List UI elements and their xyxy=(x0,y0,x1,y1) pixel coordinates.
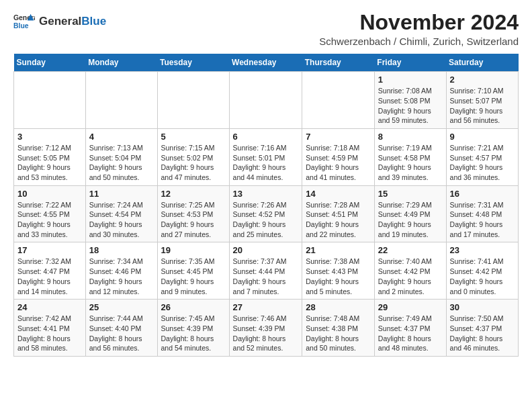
calendar-cell: 30Sunrise: 7:50 AM Sunset: 4:37 PM Dayli… xyxy=(446,300,518,357)
calendar-cell: 11Sunrise: 7:24 AM Sunset: 4:54 PM Dayli… xyxy=(85,185,157,242)
day-number: 9 xyxy=(450,132,515,142)
calendar-cell: 25Sunrise: 7:44 AM Sunset: 4:40 PM Dayli… xyxy=(85,300,157,357)
weekday-header-thursday: Thursday xyxy=(302,54,375,72)
calendar-cell: 19Sunrise: 7:35 AM Sunset: 4:45 PM Dayli… xyxy=(157,242,229,300)
day-number: 5 xyxy=(161,132,226,142)
calendar-cell xyxy=(85,72,157,129)
logo: General Blue GeneralBlue xyxy=(13,11,106,32)
subtitle: Schwerzenbach / Chimli, Zurich, Switzerl… xyxy=(319,36,519,47)
day-number: 27 xyxy=(233,302,299,312)
day-info: Sunrise: 7:49 AM Sunset: 4:37 PM Dayligh… xyxy=(378,314,443,353)
logo-general: General xyxy=(39,15,81,28)
day-info: Sunrise: 7:38 AM Sunset: 4:43 PM Dayligh… xyxy=(306,257,371,296)
svg-text:Blue: Blue xyxy=(13,22,29,30)
day-info: Sunrise: 7:37 AM Sunset: 4:44 PM Dayligh… xyxy=(233,257,299,296)
weekday-header-friday: Friday xyxy=(374,54,446,72)
day-info: Sunrise: 7:45 AM Sunset: 4:39 PM Dayligh… xyxy=(161,314,226,353)
calendar-cell: 1Sunrise: 7:08 AM Sunset: 5:08 PM Daylig… xyxy=(374,72,446,129)
calendar-cell: 13Sunrise: 7:26 AM Sunset: 4:52 PM Dayli… xyxy=(229,185,302,242)
day-info: Sunrise: 7:24 AM Sunset: 4:54 PM Dayligh… xyxy=(89,200,154,240)
day-info: Sunrise: 7:42 AM Sunset: 4:41 PM Dayligh… xyxy=(17,314,82,353)
day-info: Sunrise: 7:21 AM Sunset: 4:57 PM Dayligh… xyxy=(450,143,515,183)
day-info: Sunrise: 7:48 AM Sunset: 4:38 PM Dayligh… xyxy=(306,314,371,353)
day-info: Sunrise: 7:25 AM Sunset: 4:53 PM Dayligh… xyxy=(161,200,226,240)
day-info: Sunrise: 7:18 AM Sunset: 4:59 PM Dayligh… xyxy=(306,143,371,183)
day-info: Sunrise: 7:19 AM Sunset: 4:58 PM Dayligh… xyxy=(378,143,443,183)
calendar-cell xyxy=(302,72,375,129)
calendar-cell: 4Sunrise: 7:13 AM Sunset: 5:04 PM Daylig… xyxy=(85,128,157,185)
calendar-cell: 18Sunrise: 7:34 AM Sunset: 4:46 PM Dayli… xyxy=(85,242,157,300)
day-info: Sunrise: 7:34 AM Sunset: 4:46 PM Dayligh… xyxy=(89,257,154,296)
calendar-cell: 26Sunrise: 7:45 AM Sunset: 4:39 PM Dayli… xyxy=(157,300,229,357)
day-number: 12 xyxy=(161,189,226,199)
calendar-cell: 16Sunrise: 7:31 AM Sunset: 4:48 PM Dayli… xyxy=(446,185,518,242)
calendar-cell: 8Sunrise: 7:19 AM Sunset: 4:58 PM Daylig… xyxy=(374,128,446,185)
day-number: 24 xyxy=(17,302,82,312)
day-number: 14 xyxy=(306,189,371,199)
day-number: 23 xyxy=(450,245,515,255)
day-number: 22 xyxy=(378,245,443,255)
day-number: 17 xyxy=(17,245,82,255)
day-number: 20 xyxy=(233,245,299,255)
calendar-cell xyxy=(229,72,302,129)
day-number: 10 xyxy=(17,189,82,199)
weekday-header-monday: Monday xyxy=(85,54,157,72)
calendar-cell: 2Sunrise: 7:10 AM Sunset: 5:07 PM Daylig… xyxy=(446,72,518,129)
day-number: 30 xyxy=(450,302,515,312)
day-number: 26 xyxy=(161,302,226,312)
day-number: 7 xyxy=(306,132,371,142)
calendar-cell: 24Sunrise: 7:42 AM Sunset: 4:41 PM Dayli… xyxy=(14,300,86,357)
logo-blue: Blue xyxy=(81,15,106,28)
calendar-cell: 20Sunrise: 7:37 AM Sunset: 4:44 PM Dayli… xyxy=(229,242,302,300)
day-info: Sunrise: 7:10 AM Sunset: 5:07 PM Dayligh… xyxy=(450,86,515,126)
day-number: 4 xyxy=(89,132,154,142)
weekday-header-tuesday: Tuesday xyxy=(157,54,229,72)
day-number: 8 xyxy=(378,132,443,142)
calendar-cell: 12Sunrise: 7:25 AM Sunset: 4:53 PM Dayli… xyxy=(157,185,229,242)
calendar-cell: 6Sunrise: 7:16 AM Sunset: 5:01 PM Daylig… xyxy=(229,128,302,185)
day-number: 18 xyxy=(89,245,154,255)
day-number: 19 xyxy=(161,245,226,255)
calendar-cell: 17Sunrise: 7:32 AM Sunset: 4:47 PM Dayli… xyxy=(14,242,86,300)
calendar-cell: 14Sunrise: 7:28 AM Sunset: 4:51 PM Dayli… xyxy=(302,185,375,242)
calendar-table: SundayMondayTuesdayWednesdayThursdayFrid… xyxy=(13,54,519,357)
title-area: November 2024 Schwerzenbach / Chimli, Zu… xyxy=(319,11,519,47)
calendar-cell: 23Sunrise: 7:41 AM Sunset: 4:42 PM Dayli… xyxy=(446,242,518,300)
day-number: 25 xyxy=(89,302,154,312)
day-number: 13 xyxy=(233,189,299,199)
day-number: 6 xyxy=(233,132,299,142)
calendar-cell: 5Sunrise: 7:15 AM Sunset: 5:02 PM Daylig… xyxy=(157,128,229,185)
day-info: Sunrise: 7:12 AM Sunset: 5:05 PM Dayligh… xyxy=(17,143,82,183)
day-number: 11 xyxy=(89,189,154,199)
day-info: Sunrise: 7:35 AM Sunset: 4:45 PM Dayligh… xyxy=(161,257,226,296)
day-number: 16 xyxy=(450,189,515,199)
day-info: Sunrise: 7:46 AM Sunset: 4:39 PM Dayligh… xyxy=(233,314,299,353)
calendar-cell: 21Sunrise: 7:38 AM Sunset: 4:43 PM Dayli… xyxy=(302,242,375,300)
day-info: Sunrise: 7:15 AM Sunset: 5:02 PM Dayligh… xyxy=(161,143,226,183)
logo-icon: General Blue xyxy=(13,11,35,32)
day-info: Sunrise: 7:44 AM Sunset: 4:40 PM Dayligh… xyxy=(89,314,154,353)
calendar-cell: 22Sunrise: 7:40 AM Sunset: 4:42 PM Dayli… xyxy=(374,242,446,300)
day-info: Sunrise: 7:22 AM Sunset: 4:55 PM Dayligh… xyxy=(17,200,82,240)
day-number: 21 xyxy=(306,245,371,255)
day-info: Sunrise: 7:16 AM Sunset: 5:01 PM Dayligh… xyxy=(233,143,299,183)
day-number: 2 xyxy=(450,75,515,85)
day-info: Sunrise: 7:31 AM Sunset: 4:48 PM Dayligh… xyxy=(450,200,515,240)
weekday-header-wednesday: Wednesday xyxy=(229,54,302,72)
calendar-cell xyxy=(157,72,229,129)
calendar-cell: 28Sunrise: 7:48 AM Sunset: 4:38 PM Dayli… xyxy=(302,300,375,357)
calendar-cell xyxy=(14,72,86,129)
calendar-cell: 7Sunrise: 7:18 AM Sunset: 4:59 PM Daylig… xyxy=(302,128,375,185)
calendar-cell: 9Sunrise: 7:21 AM Sunset: 4:57 PM Daylig… xyxy=(446,128,518,185)
calendar-cell: 27Sunrise: 7:46 AM Sunset: 4:39 PM Dayli… xyxy=(229,300,302,357)
day-info: Sunrise: 7:26 AM Sunset: 4:52 PM Dayligh… xyxy=(233,200,299,240)
main-title: November 2024 xyxy=(319,11,519,34)
calendar-cell: 10Sunrise: 7:22 AM Sunset: 4:55 PM Dayli… xyxy=(14,185,86,242)
day-info: Sunrise: 7:50 AM Sunset: 4:37 PM Dayligh… xyxy=(450,314,515,353)
weekday-header-sunday: Sunday xyxy=(14,54,86,72)
day-info: Sunrise: 7:40 AM Sunset: 4:42 PM Dayligh… xyxy=(378,257,443,296)
day-info: Sunrise: 7:29 AM Sunset: 4:49 PM Dayligh… xyxy=(378,200,443,240)
day-number: 3 xyxy=(17,132,82,142)
calendar-cell: 15Sunrise: 7:29 AM Sunset: 4:49 PM Dayli… xyxy=(374,185,446,242)
day-info: Sunrise: 7:41 AM Sunset: 4:42 PM Dayligh… xyxy=(450,257,515,296)
